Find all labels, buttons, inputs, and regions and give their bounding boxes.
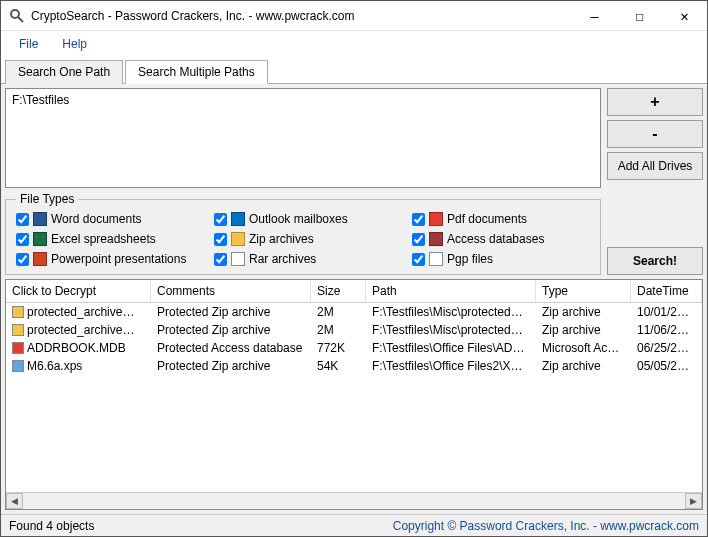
cell-name: ADDRBOOK.MDB bbox=[27, 341, 126, 355]
menubar: File Help bbox=[1, 31, 707, 57]
cell-type: Zip archive bbox=[536, 358, 631, 374]
filetype-pgp-checkbox[interactable] bbox=[412, 253, 425, 266]
col-header-size[interactable]: Size bbox=[311, 280, 366, 302]
cell-type: Zip archive bbox=[536, 322, 631, 338]
minimize-button[interactable]: — bbox=[572, 1, 617, 30]
col-header-path[interactable]: Path bbox=[366, 280, 536, 302]
filetype-ppt[interactable]: Powerpoint presentations bbox=[16, 252, 194, 266]
cell-datetime: 11/06/2012 09:52:30 … bbox=[631, 322, 702, 338]
maximize-button[interactable]: ☐ bbox=[617, 1, 662, 30]
cell-path: F:\Testfiles\Office Files\ADDR… bbox=[366, 340, 536, 356]
file-types-legend: File Types bbox=[16, 192, 78, 206]
file-icon bbox=[12, 324, 24, 336]
cell-comments: Protected Zip archive bbox=[151, 322, 311, 338]
tabs: Search One Path Search Multiple Paths bbox=[1, 57, 707, 84]
filetype-access[interactable]: Access databases bbox=[412, 232, 590, 246]
excel-icon bbox=[33, 232, 47, 246]
filetype-excel[interactable]: Excel spreadsheets bbox=[16, 232, 194, 246]
content-area: F:\Testfiles + - Add All Drives File Typ… bbox=[1, 84, 707, 514]
cell-name: protected_archive… bbox=[27, 323, 134, 337]
cell-comments: Protected Zip archive bbox=[151, 358, 311, 374]
filetype-access-checkbox[interactable] bbox=[412, 233, 425, 246]
col-header-name[interactable]: Click to Decrypt bbox=[6, 280, 151, 302]
col-header-type[interactable]: Type bbox=[536, 280, 631, 302]
cell-path: F:\Testfiles\Misc\protected_arc… bbox=[366, 322, 536, 338]
filetype-outlook[interactable]: Outlook mailboxes bbox=[214, 212, 392, 226]
status-left: Found 4 objects bbox=[9, 519, 393, 533]
zip-icon bbox=[231, 232, 245, 246]
window-controls: — ☐ ✕ bbox=[572, 1, 707, 30]
pgp-icon bbox=[429, 252, 443, 266]
paths-list[interactable]: F:\Testfiles bbox=[5, 88, 601, 188]
window-title: CryptoSearch - Password Crackers, Inc. -… bbox=[31, 9, 572, 23]
close-button[interactable]: ✕ bbox=[662, 1, 707, 30]
filetype-excel-checkbox[interactable] bbox=[16, 233, 29, 246]
tab-search-one-path[interactable]: Search One Path bbox=[5, 60, 123, 84]
col-header-datetime[interactable]: DateTime bbox=[631, 280, 702, 302]
svg-point-0 bbox=[11, 10, 19, 18]
col-header-comments[interactable]: Comments bbox=[151, 280, 311, 302]
cell-size: 54K bbox=[311, 358, 366, 374]
filetypes-row: File Types Word documents Outlook mailbo… bbox=[5, 192, 703, 275]
cell-name: M6.6a.xps bbox=[27, 359, 82, 373]
cell-size: 772K bbox=[311, 340, 366, 356]
cell-datetime: 05/05/2006 06:47:02 … bbox=[631, 358, 702, 374]
cell-type: Microsoft Ac… bbox=[536, 340, 631, 356]
file-types-group: File Types Word documents Outlook mailbo… bbox=[5, 192, 601, 275]
filetype-zip-checkbox[interactable] bbox=[214, 233, 227, 246]
statusbar: Found 4 objects Copyright © Password Cra… bbox=[1, 514, 707, 536]
results-panel: Click to Decrypt Comments Size Path Type… bbox=[5, 279, 703, 510]
cell-size: 2M bbox=[311, 304, 366, 320]
remove-path-button[interactable]: - bbox=[607, 120, 703, 148]
filetype-pgp[interactable]: Pgp files bbox=[412, 252, 590, 266]
outlook-icon bbox=[231, 212, 245, 226]
filetype-rar[interactable]: Rar archives bbox=[214, 252, 392, 266]
filetype-rar-checkbox[interactable] bbox=[214, 253, 227, 266]
search-button[interactable]: Search! bbox=[607, 247, 703, 275]
titlebar: CryptoSearch - Password Crackers, Inc. -… bbox=[1, 1, 707, 31]
cell-path: F:\Testfiles\Office Files2\XPS\… bbox=[366, 358, 536, 374]
app-icon bbox=[9, 8, 25, 24]
svg-line-1 bbox=[18, 17, 23, 22]
word-icon bbox=[33, 212, 47, 226]
filetype-pdf[interactable]: Pdf documents bbox=[412, 212, 590, 226]
cell-type: Zip archive bbox=[536, 304, 631, 320]
cell-path: F:\Testfiles\Misc\protected_arc… bbox=[366, 304, 536, 320]
filetype-pdf-checkbox[interactable] bbox=[412, 213, 425, 226]
table-row[interactable]: ADDRBOOK.MDBProtected Access database772… bbox=[6, 339, 702, 357]
menu-help[interactable]: Help bbox=[52, 33, 97, 55]
menu-file[interactable]: File bbox=[9, 33, 48, 55]
table-row[interactable]: protected_archive…Protected Zip archive2… bbox=[6, 303, 702, 321]
cell-datetime: 10/01/2016 07:22:20 … bbox=[631, 304, 702, 320]
rar-icon bbox=[231, 252, 245, 266]
table-row[interactable]: M6.6a.xpsProtected Zip archive54KF:\Test… bbox=[6, 357, 702, 375]
pdf-icon bbox=[429, 212, 443, 226]
file-icon bbox=[12, 306, 24, 318]
file-icon bbox=[12, 360, 24, 372]
add-all-drives-button[interactable]: Add All Drives bbox=[607, 152, 703, 180]
scroll-left-button[interactable]: ◀ bbox=[6, 493, 23, 509]
tab-search-multiple-paths[interactable]: Search Multiple Paths bbox=[125, 60, 268, 84]
cell-name: protected_archive… bbox=[27, 305, 134, 319]
table-row[interactable]: protected_archive…Protected Zip archive2… bbox=[6, 321, 702, 339]
cell-comments: Protected Access database bbox=[151, 340, 311, 356]
filetype-ppt-checkbox[interactable] bbox=[16, 253, 29, 266]
filetype-outlook-checkbox[interactable] bbox=[214, 213, 227, 226]
filetype-word-checkbox[interactable] bbox=[16, 213, 29, 226]
results-body: protected_archive…Protected Zip archive2… bbox=[6, 303, 702, 492]
add-path-button[interactable]: + bbox=[607, 88, 703, 116]
horizontal-scrollbar[interactable]: ◀ ▶ bbox=[6, 492, 702, 509]
access-icon bbox=[429, 232, 443, 246]
cell-datetime: 06/25/2009 03:59:00 … bbox=[631, 340, 702, 356]
filetype-zip[interactable]: Zip archives bbox=[214, 232, 392, 246]
path-buttons: + - Add All Drives bbox=[607, 88, 703, 188]
paths-row: F:\Testfiles + - Add All Drives bbox=[5, 88, 703, 188]
cell-size: 2M bbox=[311, 322, 366, 338]
scroll-right-button[interactable]: ▶ bbox=[685, 493, 702, 509]
status-right: Copyright © Password Crackers, Inc. - ww… bbox=[393, 519, 699, 533]
scroll-track[interactable] bbox=[23, 493, 685, 509]
cell-comments: Protected Zip archive bbox=[151, 304, 311, 320]
ppt-icon bbox=[33, 252, 47, 266]
results-header: Click to Decrypt Comments Size Path Type… bbox=[6, 280, 702, 303]
filetype-word[interactable]: Word documents bbox=[16, 212, 194, 226]
